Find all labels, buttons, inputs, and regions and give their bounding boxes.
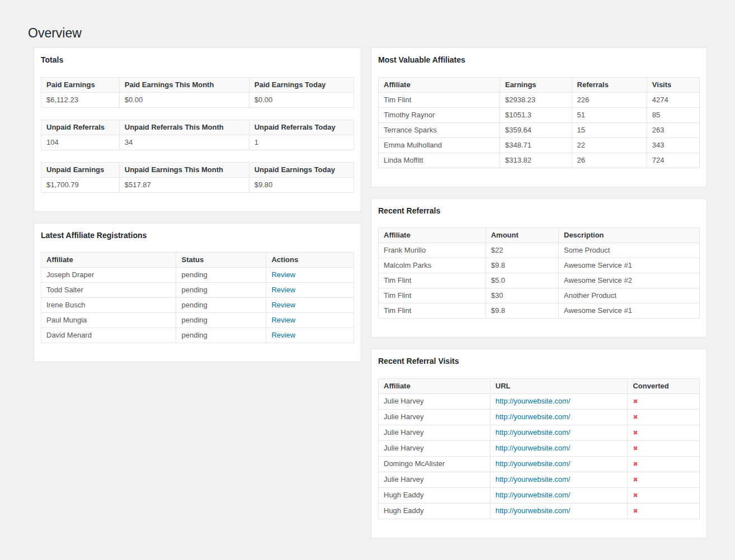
affiliate-cell: Julie Harvey xyxy=(379,472,491,487)
not-converted-icon: ✖ xyxy=(633,461,638,468)
review-link[interactable]: Review xyxy=(271,270,295,279)
visit-url-link[interactable]: http://yourwebsite.com/ xyxy=(496,397,571,405)
unpaid-earnings-table: Unpaid Earnings Unpaid Earnings This Mon… xyxy=(41,162,354,193)
table-row: Tim Flint $2938.23 226 4274 xyxy=(379,92,700,107)
table-header-row: Affiliate Earnings Referrals Visits xyxy=(379,77,700,92)
table-header-row: Paid Earnings Paid Earnings This Month P… xyxy=(41,77,354,92)
visit-url-link[interactable]: http://yourwebsite.com/ xyxy=(496,412,571,421)
visits-cell: 4274 xyxy=(647,92,699,107)
url-cell: http://yourwebsite.com/ xyxy=(490,503,628,519)
affiliate-cell: Emma Mulholland xyxy=(379,137,500,153)
referrals-cell: 51 xyxy=(572,107,647,122)
affiliate-cell: Julie Harvey xyxy=(379,425,491,440)
column-header: Unpaid Referrals This Month xyxy=(119,120,249,135)
column-header: Paid Earnings Today xyxy=(249,77,354,92)
referrals-cell: 26 xyxy=(572,153,647,168)
description-cell: Awesome Service #1 xyxy=(559,258,700,273)
affiliate-cell: Frank Murillo xyxy=(379,243,486,258)
amount-cell: $30 xyxy=(486,288,558,303)
affiliate-cell: Paul Mungia xyxy=(41,313,176,328)
url-cell: http://yourwebsite.com/ xyxy=(490,393,628,409)
column-header: Paid Earnings This Month xyxy=(119,77,249,92)
not-converted-icon: ✖ xyxy=(633,445,638,452)
table-row: Domingo McAlister http://yourwebsite.com… xyxy=(379,456,700,472)
column-header: Actions xyxy=(266,253,354,268)
status-cell: pending xyxy=(176,313,266,328)
visit-url-link[interactable]: http://yourwebsite.com/ xyxy=(496,444,571,452)
column-header: Unpaid Earnings xyxy=(41,162,120,177)
visit-url-link[interactable]: http://yourwebsite.com/ xyxy=(496,506,571,515)
column-header: Affiliate xyxy=(379,378,491,393)
converted-cell: ✖ xyxy=(628,487,700,503)
affiliate-cell: Tim Flint xyxy=(379,288,486,303)
converted-cell: ✖ xyxy=(628,503,700,519)
unpaid-referrals-value: 104 xyxy=(41,135,120,150)
unpaid-earnings-today-value: $9.80 xyxy=(249,177,354,192)
column-header: Referrals xyxy=(572,77,647,92)
table-row: Malcolm Parks $9.8 Awesome Service #1 xyxy=(379,258,700,273)
unpaid-referrals-month-value: 34 xyxy=(119,135,249,150)
affiliate-cell: David Menard xyxy=(41,328,176,343)
affiliate-cell: Tim Flint xyxy=(379,303,486,319)
table-row: Todd Salter pending Review xyxy=(41,283,354,298)
table-row: Terrance Sparks $359.64 15 263 xyxy=(379,122,700,137)
table-row: 104 34 1 xyxy=(41,135,354,150)
column-header: Unpaid Referrals Today xyxy=(249,120,354,135)
column-header: Affiliate xyxy=(379,77,500,92)
visit-url-link[interactable]: http://yourwebsite.com/ xyxy=(496,459,571,468)
table-row: David Menard pending Review xyxy=(41,328,354,343)
visit-url-link[interactable]: http://yourwebsite.com/ xyxy=(496,475,571,483)
referrals-cell: 22 xyxy=(572,137,647,153)
status-cell: pending xyxy=(176,298,266,313)
description-cell: Awesome Service #1 xyxy=(559,303,700,319)
not-converted-icon: ✖ xyxy=(633,507,638,515)
referrals-cell: 226 xyxy=(572,92,647,107)
table-row: Irene Busch pending Review xyxy=(41,298,354,313)
table-header-row: Affiliate Status Actions xyxy=(41,253,354,268)
earnings-cell: $1051.3 xyxy=(500,107,572,122)
amount-cell: $9.8 xyxy=(486,303,558,319)
affiliate-cell: Julie Harvey xyxy=(379,440,491,456)
dashboard-columns: Totals Paid Earnings Paid Earnings This … xyxy=(34,48,707,549)
actions-cell: Review xyxy=(266,298,354,313)
review-link[interactable]: Review xyxy=(271,286,295,294)
actions-cell: Review xyxy=(266,283,354,298)
visit-url-link[interactable]: http://yourwebsite.com/ xyxy=(496,491,571,499)
column-header: Affiliate xyxy=(41,253,176,268)
unpaid-earnings-month-value: $517.87 xyxy=(119,177,249,192)
table-row: Timothy Raynor $1051.3 51 85 xyxy=(379,107,700,122)
converted-cell: ✖ xyxy=(628,393,700,409)
review-link[interactable]: Review xyxy=(271,316,295,324)
table-row: Julie Harvey http://yourwebsite.com/ ✖ xyxy=(379,425,700,440)
affiliate-cell: Julie Harvey xyxy=(379,393,491,409)
column-header: Amount xyxy=(486,228,558,243)
converted-cell: ✖ xyxy=(628,425,700,440)
affiliate-cell: Hugh Eaddy xyxy=(379,487,491,503)
paid-earnings-table: Paid Earnings Paid Earnings This Month P… xyxy=(41,77,354,108)
recent-referrals-table: Affiliate Amount Description Frank Muril… xyxy=(378,227,700,319)
table-row: Linda Moffitt $313.82 26 724 xyxy=(379,153,700,168)
earnings-cell: $2938.23 xyxy=(500,92,572,107)
most-valuable-affiliates-panel-title: Most Valuable Affiliates xyxy=(378,54,700,66)
affiliate-cell: Hugh Eaddy xyxy=(379,503,491,519)
table-row: Julie Harvey http://yourwebsite.com/ ✖ xyxy=(379,409,700,425)
url-cell: http://yourwebsite.com/ xyxy=(490,456,628,472)
converted-cell: ✖ xyxy=(628,409,700,425)
review-link[interactable]: Review xyxy=(271,301,295,309)
table-row: Paul Mungia pending Review xyxy=(41,313,354,328)
affiliate-cell: Irene Busch xyxy=(41,298,176,313)
table-row: $1,700.79 $517.87 $9.80 xyxy=(41,177,354,192)
review-link[interactable]: Review xyxy=(271,331,295,339)
description-cell: Another Product xyxy=(559,288,700,303)
amount-cell: $9.8 xyxy=(486,258,558,273)
left-column: Totals Paid Earnings Paid Earnings This … xyxy=(34,48,361,373)
visits-cell: 263 xyxy=(647,122,699,137)
page-title: Overview xyxy=(28,25,707,41)
table-row: Emma Mulholland $348.71 22 343 xyxy=(379,137,700,153)
affiliate-cell: Domingo McAlister xyxy=(379,456,491,472)
column-header: Earnings xyxy=(500,77,572,92)
amount-cell: $22 xyxy=(486,243,558,258)
url-cell: http://yourwebsite.com/ xyxy=(490,487,628,503)
visit-url-link[interactable]: http://yourwebsite.com/ xyxy=(496,428,571,436)
right-column: Most Valuable Affiliates Affiliate Earni… xyxy=(371,48,707,549)
